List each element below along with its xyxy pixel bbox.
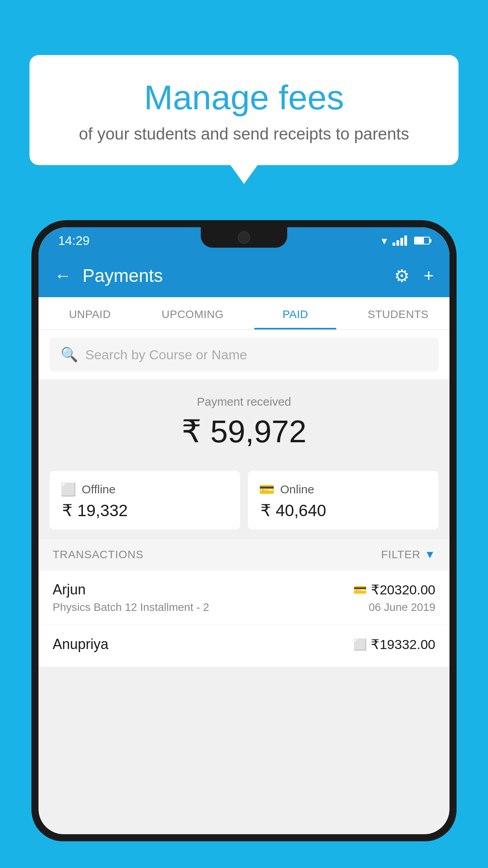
transaction-top: Arjun 💳 ₹20320.00 — [53, 581, 435, 598]
transaction-amount-area: ⬜ ₹19332.00 — [353, 636, 435, 652]
offline-payment-card: ⬜ Offline ₹ 19,332 — [50, 471, 240, 530]
add-icon[interactable]: + — [424, 266, 434, 285]
transaction-amount-area: 💳 ₹20320.00 — [353, 582, 435, 598]
payment-received-amount: ₹ 59,972 — [39, 413, 449, 450]
tab-unpaid[interactable]: UNPAID — [39, 297, 141, 329]
transaction-course: Physics Batch 12 Installment - 2 — [53, 601, 209, 614]
back-button[interactable]: ← — [54, 266, 72, 285]
phone-container: 14:29 ▾ — [31, 220, 457, 868]
settings-icon[interactable]: ⚙ — [394, 266, 409, 286]
app-header: ← Payments ⚙ + — [39, 254, 449, 297]
transaction-bottom: Physics Batch 12 Installment - 2 06 June… — [53, 601, 435, 614]
speech-bubble-container: Manage fees of your students and send re… — [29, 55, 459, 165]
transaction-amount: ₹20320.00 — [371, 582, 435, 598]
search-input[interactable]: Search by Course or Name — [85, 347, 247, 362]
tab-upcoming[interactable]: UPCOMING — [141, 297, 244, 329]
transactions-label: TRANSACTIONS — [53, 548, 143, 561]
transaction-top: Anupriya ⬜ ₹19332.00 — [53, 636, 435, 653]
bubble-title: Manage fees — [45, 79, 443, 117]
phone-notch — [201, 227, 287, 248]
online-card-header: 💳 Online — [259, 482, 427, 497]
table-row[interactable]: Arjun 💳 ₹20320.00 Physics Batch 12 Insta… — [39, 570, 449, 625]
status-icons: ▾ — [382, 234, 430, 247]
phone-screen: 14:29 ▾ — [39, 227, 449, 834]
tab-paid[interactable]: PAID — [244, 297, 347, 329]
wifi-icon: ▾ — [382, 234, 387, 247]
table-row[interactable]: Anupriya ⬜ ₹19332.00 — [39, 625, 449, 667]
payment-received-section: Payment received ₹ 59,972 — [39, 379, 449, 462]
transaction-amount: ₹19332.00 — [371, 636, 435, 652]
offline-payment-icon: ⬜ — [353, 638, 367, 651]
transaction-name: Arjun — [53, 581, 86, 598]
search-icon: 🔍 — [61, 346, 78, 363]
phone-camera — [238, 231, 250, 244]
online-amount: ₹ 40,640 — [259, 501, 427, 520]
tabs-bar: UNPAID UPCOMING PAID STUDENTS — [39, 297, 449, 330]
transaction-name: Anupriya — [53, 636, 108, 653]
offline-amount: ₹ 19,332 — [61, 501, 229, 520]
offline-icon: ⬜ — [61, 482, 76, 497]
bubble-subtitle: of your students and send receipts to pa… — [45, 125, 443, 143]
payment-cards: ⬜ Offline ₹ 19,332 💳 Online ₹ 40,640 — [39, 462, 449, 539]
payment-received-label: Payment received — [39, 395, 449, 408]
page-title: Payments — [83, 265, 394, 286]
header-actions: ⚙ + — [394, 266, 434, 286]
signal-icon — [393, 235, 407, 246]
card-payment-icon: 💳 — [353, 583, 367, 596]
filter-area[interactable]: FILTER ▼ — [381, 548, 435, 561]
online-payment-card: 💳 Online ₹ 40,640 — [248, 471, 438, 530]
online-label: Online — [280, 483, 314, 496]
battery-icon — [414, 237, 430, 245]
transactions-header: TRANSACTIONS FILTER ▼ — [39, 539, 449, 570]
search-bar[interactable]: 🔍 Search by Course or Name — [50, 338, 438, 371]
transaction-date: 06 June 2019 — [369, 601, 435, 614]
search-container: 🔍 Search by Course or Name — [39, 330, 449, 379]
filter-label: FILTER — [381, 548, 420, 561]
status-time: 14:29 — [58, 234, 90, 248]
tab-students[interactable]: STUDENTS — [347, 297, 450, 329]
phone-frame: 14:29 ▾ — [31, 220, 457, 841]
speech-bubble: Manage fees of your students and send re… — [29, 55, 459, 165]
offline-label: Offline — [82, 483, 116, 496]
filter-icon: ▼ — [424, 548, 435, 561]
online-icon: 💳 — [259, 482, 275, 497]
offline-card-header: ⬜ Offline — [61, 482, 229, 497]
